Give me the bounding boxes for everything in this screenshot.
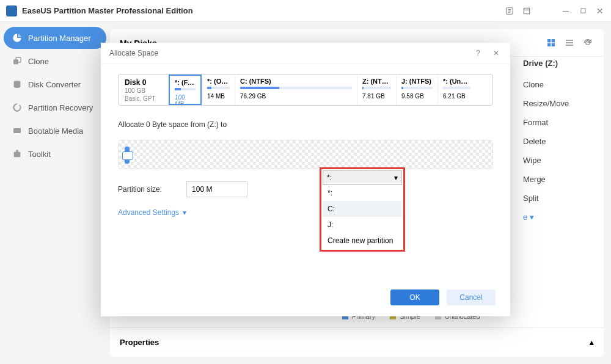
partition-name: C: (NTFS) — [240, 78, 352, 85]
size-label: Partition size: — [118, 185, 162, 194]
partition-size-input[interactable] — [186, 181, 247, 197]
nav-label: Disk Converter — [28, 80, 81, 89]
dropdown-item[interactable]: J: — [323, 217, 402, 233]
disk-size: 100 GB — [125, 87, 163, 95]
action-resize[interactable]: Resize/Move — [523, 94, 596, 113]
dropdown-item[interactable]: C: — [323, 201, 402, 217]
right-actions: Drive (Z:) Clone Resize/Move Format Dele… — [523, 59, 596, 227]
action-merge[interactable]: Merge — [523, 170, 596, 189]
partition-block[interactable]: *: (FAT...100 MB — [169, 75, 202, 105]
svg-rect-2 — [580, 9, 585, 13]
window-buttons: ─ ✕ — [505, 6, 605, 16]
minimize-button[interactable]: ─ — [561, 6, 571, 16]
action-wipe[interactable]: Wipe — [523, 151, 596, 170]
partition-name: J: (NTFS) — [401, 78, 433, 85]
partition-size: 6.21 GB — [443, 93, 470, 100]
ok-button[interactable]: OK — [390, 289, 439, 305]
sidebar: Partition Manager Clone Disk Converter P… — [0, 22, 110, 364]
partition-block[interactable]: *: (Oth...14 MB — [202, 75, 235, 105]
action-split[interactable]: Split — [523, 189, 596, 208]
nav-label: Bootable Media — [28, 126, 83, 136]
allocate-space-dialog: Allocate Space ? ✕ Disk 0 100 GB Basic, … — [101, 43, 510, 316]
svg-rect-1 — [524, 8, 529, 13]
chevron-up-icon: ▴ — [590, 338, 594, 347]
partition-name: *: (Oth... — [207, 78, 230, 85]
app-title: EaseUS Partition Master Professional Edi… — [22, 6, 505, 15]
partition-size: 7.81 GB — [362, 93, 391, 100]
advanced-settings-toggle[interactable]: Advanced Settings ▾ — [118, 208, 493, 217]
target-partition-dropdown[interactable]: *: ▾ *: C: J: Create new partition — [320, 167, 405, 252]
partition-name: *: (FAT... — [175, 79, 196, 86]
slider-handle[interactable] — [125, 147, 130, 164]
nav-partition-recovery[interactable]: Partition Recovery — [4, 96, 106, 118]
drive-title: Drive (Z:) — [523, 59, 596, 68]
partition-block[interactable]: C: (NTFS)76.29 GB — [235, 75, 357, 105]
svg-rect-10 — [552, 43, 555, 46]
task-icon[interactable] — [522, 6, 532, 16]
disk-strip: Disk 0 100 GB Basic, GPT *: (FAT...100 M… — [118, 74, 493, 106]
refresh-button[interactable] — [583, 38, 594, 49]
svg-rect-7 — [547, 39, 551, 42]
toolkit-icon — [12, 149, 22, 159]
nav-toolkit[interactable]: Toolkit — [4, 143, 106, 165]
partition-slider[interactable] — [118, 140, 493, 169]
help-button[interactable]: ? — [476, 49, 485, 57]
pie-chart-icon — [12, 33, 22, 43]
nav-disk-converter[interactable]: Disk Converter — [4, 73, 106, 95]
dropdown-selected[interactable]: *: ▾ — [323, 170, 402, 185]
nav-label: Clone — [28, 57, 49, 66]
queue-icon[interactable] — [505, 6, 514, 16]
disk-type: Basic, GPT — [125, 95, 163, 103]
svg-rect-8 — [552, 39, 555, 42]
allocate-sentence: Allocate 0 Byte space from (Z:) to — [118, 120, 227, 129]
view-grid-button[interactable] — [546, 38, 557, 49]
nav-clone[interactable]: Clone — [4, 50, 106, 72]
disk-icon — [12, 79, 22, 89]
svg-rect-6 — [13, 128, 21, 133]
nav-partition-manager[interactable]: Partition Manager — [4, 27, 106, 49]
partition-size: 100 MB — [175, 94, 196, 106]
partition-block[interactable]: Z: (NTFS)7.81 GB — [357, 75, 396, 105]
media-icon — [12, 126, 22, 136]
action-clone[interactable]: Clone — [523, 75, 596, 94]
partition-name: *: (Unall... — [443, 78, 470, 85]
nav-label: Toolkit — [28, 150, 51, 159]
partition-size: 14 MB — [207, 93, 230, 100]
dropdown-item[interactable]: *: — [323, 185, 402, 201]
partition-name: Z: (NTFS) — [362, 78, 391, 85]
nav-bootable-media[interactable]: Bootable Media — [4, 120, 106, 142]
action-format[interactable]: Format — [523, 113, 596, 132]
partition-size: 9.58 GB — [401, 93, 433, 100]
clone-icon — [12, 56, 22, 66]
cancel-button[interactable]: Cancel — [447, 289, 496, 305]
close-button[interactable]: ✕ — [595, 6, 605, 16]
disk-name: Disk 0 — [125, 78, 163, 87]
chevron-down-icon: ▾ — [394, 173, 398, 182]
dialog-title: Allocate Space — [109, 49, 158, 57]
svg-rect-9 — [547, 43, 551, 46]
properties-label: Properties — [120, 338, 159, 347]
dropdown-item[interactable]: Create new partition — [323, 233, 402, 249]
app-logo-icon — [6, 5, 17, 16]
action-delete[interactable]: Delete — [523, 132, 596, 151]
chevron-down-icon: ▾ — [183, 208, 186, 217]
recovery-icon — [12, 103, 22, 112]
maximize-button[interactable] — [578, 6, 588, 16]
nav-label: Partition Manager — [28, 34, 91, 43]
partition-block[interactable]: *: (Unall...6.21 GB — [437, 75, 475, 105]
nav-label: Partition Recovery — [28, 103, 93, 112]
partition-size: 76.29 GB — [240, 93, 352, 100]
action-more[interactable]: e ▾ — [523, 208, 596, 227]
view-list-button[interactable] — [565, 38, 576, 49]
close-dialog-button[interactable]: ✕ — [493, 49, 502, 57]
properties-panel-toggle[interactable]: Properties ▴ — [110, 327, 604, 357]
titlebar: EaseUS Partition Master Professional Edi… — [0, 0, 611, 22]
partition-block[interactable]: J: (NTFS)9.58 GB — [396, 75, 437, 105]
